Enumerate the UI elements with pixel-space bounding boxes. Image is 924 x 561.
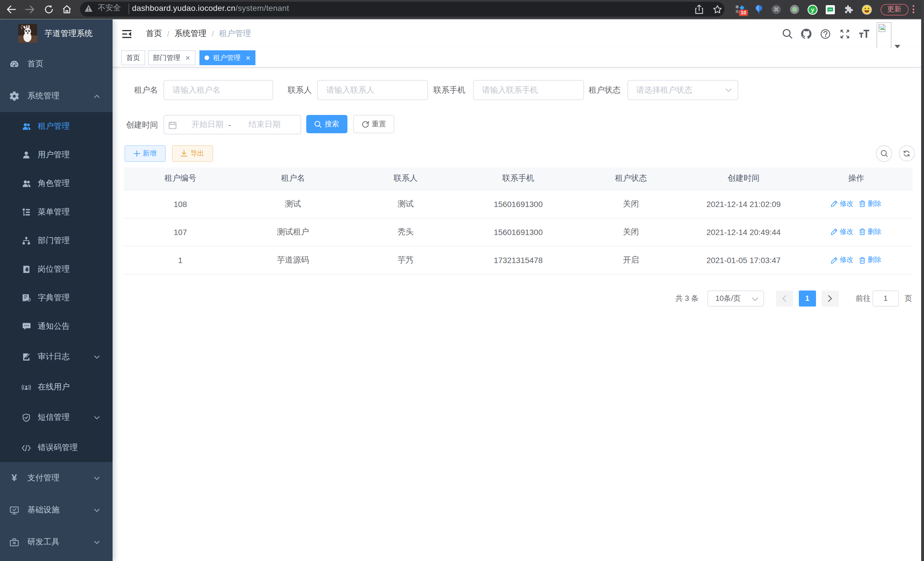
svg-text:⌘: ⌘ [773, 6, 779, 13]
svg-text:y: y [811, 6, 814, 13]
